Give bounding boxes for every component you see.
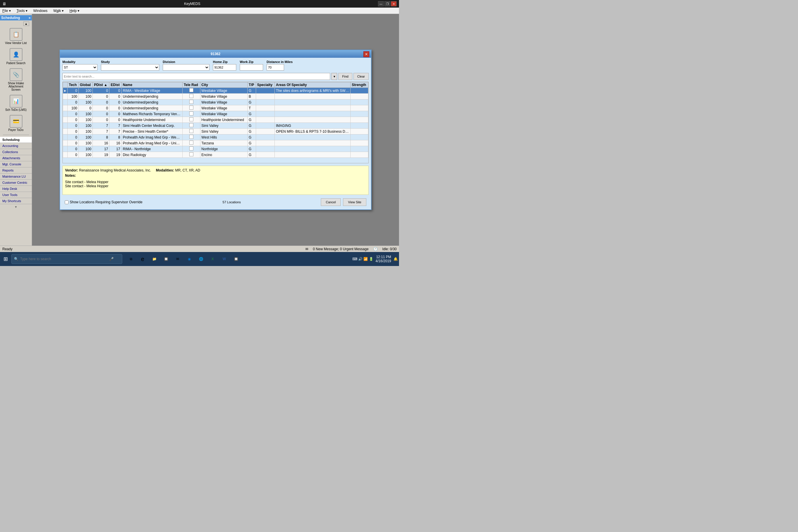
table-row[interactable]: 100 0 0 0 Undetermined/pending Westlake …: [63, 105, 368, 111]
tab-accounting[interactable]: Accounting: [0, 143, 32, 149]
table-row[interactable]: 0 100 7 7 Precise - Simi Health Center* …: [63, 129, 368, 134]
menu-file[interactable]: File ▾: [1, 8, 12, 14]
menu-windows[interactable]: Windows: [32, 8, 49, 14]
cell-areas: [274, 152, 350, 158]
table-row[interactable]: 0 100 8 8 Prohealth Adv Imag Med Grp - W…: [63, 134, 368, 140]
table-row[interactable]: 0 100 7 7 Simi Health Center Medical Cor…: [63, 123, 368, 129]
taskbar-app-excel[interactable]: X: [207, 254, 218, 264]
col-tech[interactable]: Tech: [68, 82, 79, 88]
tab-help-desk[interactable]: Help Desk: [0, 186, 32, 192]
taskbar-app-outlook[interactable]: ◉: [184, 254, 194, 264]
cell-specialty: [256, 123, 274, 129]
find-button[interactable]: Find: [338, 73, 352, 80]
tab-my-shortcuts[interactable]: My Shortcuts: [0, 198, 32, 204]
cell-specialty: [256, 99, 274, 105]
table-row[interactable]: 0 100 0 0 Undetermined/pending Westlake …: [63, 99, 368, 105]
taskbar-app-word[interactable]: W: [219, 254, 230, 264]
col-city[interactable]: City: [200, 82, 247, 88]
sidebar-collapse-icon[interactable]: «: [28, 16, 31, 20]
taskbar-app-mail[interactable]: ✉: [172, 254, 183, 264]
table-row[interactable]: 0 100 19 19 Disc Radiology Encino G: [63, 152, 368, 158]
tab-scheduling[interactable]: Scheduling: [0, 137, 32, 143]
search-input[interactable]: [62, 73, 330, 80]
tab-mgt-console[interactable]: Mgt. Console: [0, 161, 32, 167]
cell-telerad: [182, 105, 200, 111]
taskbar-app-chrome[interactable]: 🌐: [196, 254, 206, 264]
table-row[interactable]: ▶ 0 100 0 0 RIMA - Westlake Village West…: [63, 88, 368, 94]
cell-city: Healthpointe Undetermined: [200, 117, 247, 123]
tab-customer-centric[interactable]: Customer Centric: [0, 180, 32, 186]
col-name[interactable]: Name: [121, 82, 182, 88]
search-dropdown-icon[interactable]: ▼: [331, 73, 337, 80]
supervisor-override-label[interactable]: Show Locations Requiring Supervisor Over…: [65, 200, 142, 204]
view-site-button[interactable]: View Site: [343, 198, 366, 206]
cell-strength: [350, 146, 368, 152]
taskbar-app-explorer[interactable]: 📁: [149, 254, 159, 264]
col-global[interactable]: Global: [78, 82, 93, 88]
taskbar-app-other[interactable]: 🔲: [231, 254, 241, 264]
division-filter-group: Division: [163, 60, 209, 71]
restore-button[interactable]: ❐: [384, 1, 390, 6]
col-telerad[interactable]: Tele Rad: [182, 82, 200, 88]
menu-help[interactable]: Help ▾: [68, 8, 80, 14]
vendor-label: Vendor:: [65, 168, 78, 172]
cell-pdist: 0: [93, 117, 109, 123]
cell-specialty: [256, 105, 274, 111]
study-select[interactable]: [101, 64, 159, 71]
modal-close-button[interactable]: ✕: [363, 51, 369, 57]
scroll-up-icon[interactable]: ▲: [23, 22, 29, 26]
tab-maintenance-lu[interactable]: Maintenance LU: [0, 173, 32, 180]
taskbar-search-input[interactable]: [20, 257, 108, 261]
sidebar-item-sch-todo[interactable]: 📊 Sch ToDo (LMS): [3, 93, 29, 113]
tab-collections[interactable]: Collections: [0, 149, 32, 155]
col-areas[interactable]: Areas Of Specialty: [274, 82, 350, 88]
col-strength[interactable]: Strength: [350, 82, 368, 88]
col-tp[interactable]: T/P: [247, 82, 256, 88]
close-button[interactable]: ✕: [391, 1, 397, 6]
taskbar-search-box[interactable]: 🔍 🎤: [12, 254, 122, 264]
cell-strength: [350, 152, 368, 158]
col-specialty[interactable]: Specialty: [256, 82, 274, 88]
row-indicator: [63, 105, 68, 111]
taskbar-app-store[interactable]: 🔲: [161, 254, 171, 264]
distance-input[interactable]: [267, 64, 284, 71]
start-button[interactable]: ⊞: [1, 253, 10, 265]
cell-tech: 0: [68, 123, 79, 129]
table-row[interactable]: 100 100 0 0 Undetermined/pending Westlak…: [63, 94, 368, 99]
tab-user-tools[interactable]: User Tools: [0, 192, 32, 198]
sidebar-item-payer-todo[interactable]: 💳 Payer ToDo: [3, 113, 29, 133]
table-container[interactable]: Tech Global PDist ▲ EDist Name Tele Rad …: [62, 82, 369, 163]
work-zip-input[interactable]: [240, 64, 263, 71]
cancel-button[interactable]: Cancel: [321, 198, 341, 206]
menu-walk[interactable]: Walk ▾: [52, 8, 65, 14]
cell-name: Disc Radiology: [121, 152, 182, 158]
modality-select[interactable]: ST MR CT XR AD: [62, 64, 97, 71]
sidebar-item-patient-search[interactable]: 👤 Patient Search: [3, 47, 29, 66]
tab-reports[interactable]: Reports: [0, 167, 32, 173]
table-row[interactable]: 0 100 0 0 Healthpointe Undetermined Heal…: [63, 117, 368, 123]
tab-attachments[interactable]: Attachments: [0, 155, 32, 161]
clear-button[interactable]: Clear: [354, 73, 369, 80]
sidebar-item-view-vendor-list[interactable]: 📋 View Vendor List: [3, 26, 29, 46]
menu-tools[interactable]: Tools ▾: [16, 8, 28, 14]
cell-tp: G: [247, 152, 256, 158]
table-row[interactable]: 0 100 17 17 RIMA - Northridge Northridge…: [63, 146, 368, 152]
row-indicator: [63, 94, 68, 99]
cell-tp: G: [247, 111, 256, 117]
table-row[interactable]: 0 100 16 16 Prohealth Adv Imag Med Grp -…: [63, 140, 368, 146]
home-zip-input[interactable]: [213, 64, 236, 71]
cell-edist: 0: [109, 105, 121, 111]
col-edist[interactable]: EDist: [109, 82, 121, 88]
taskbar-app-edge[interactable]: e: [137, 254, 148, 264]
cell-specialty: [256, 140, 274, 146]
col-pdist[interactable]: PDist ▲: [93, 82, 109, 88]
taskbar-app-task-view[interactable]: ⧉: [126, 254, 136, 264]
minimize-button[interactable]: —: [378, 1, 384, 6]
table-row[interactable]: 0 100 0 0 Matthews Richards Temporary Ve…: [63, 111, 368, 117]
cell-name: Prohealth Adv Imag Med Grp - West Hills: [121, 134, 182, 140]
supervisor-override-checkbox[interactable]: [65, 201, 69, 204]
sidebar-item-show-intake[interactable]: 📎 Show Intake Attachment Screen: [3, 67, 29, 93]
home-zip-label: Home Zip: [213, 60, 236, 63]
division-select[interactable]: [163, 64, 209, 71]
notification-icon[interactable]: 🔔: [394, 257, 398, 261]
